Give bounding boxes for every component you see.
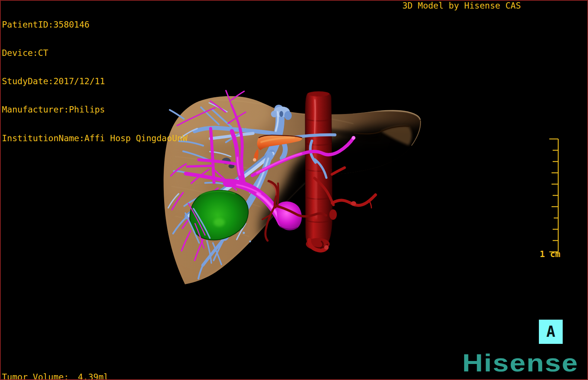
- aorta[interactable]: [305, 91, 333, 251]
- institution-line: InstitutionName:Affi Hosp QingdaoUnW: [2, 134, 188, 143]
- tumor-volume-value: 4.39ml: [78, 372, 109, 380]
- patient-id-line: PatientID:3580146: [2, 20, 188, 29]
- liver-body[interactable]: [154, 88, 441, 289]
- tumor-volume-label: Tumor Volume:: [2, 372, 69, 380]
- scale-bar: [539, 135, 560, 254]
- tumor-volume-row: Tumor Volume:4.39ml: [2, 373, 109, 380]
- study-date-line: StudyDate:2017/12/11: [2, 77, 188, 86]
- manufacturer-line: Manufacturer:Philips: [2, 105, 188, 114]
- viewport-3d[interactable]: [154, 88, 441, 291]
- app-window: PatientID:3580146 Device:CT StudyDate:20…: [0, 0, 588, 380]
- device-line: Device:CT: [2, 48, 188, 58]
- patient-info-overlay: PatientID:3580146 Device:CT StudyDate:20…: [2, 1, 188, 162]
- watermark-title: 3D Model by Hisense CAS: [402, 1, 521, 10]
- orientation-marker-badge[interactable]: A: [539, 320, 563, 344]
- hisense-logo: Hisense: [462, 351, 579, 375]
- measurements-overlay: Tumor Volume:4.39ml Liver Volume:1451ml: [2, 354, 109, 380]
- aorta-branches[interactable]: [329, 168, 376, 220]
- scale-label: 1 cm: [536, 250, 564, 259]
